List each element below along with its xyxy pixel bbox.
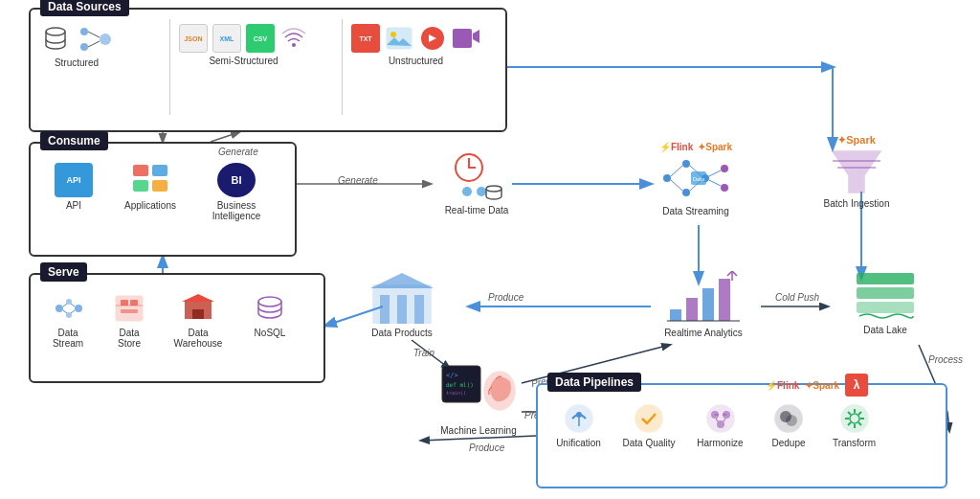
pipelines-title: Data Pipelines (547, 373, 641, 392)
diagram-container: Data Sources Structured (0, 0, 980, 499)
svg-line-37 (63, 304, 67, 306)
produce2-label: Produce (469, 442, 504, 453)
svg-point-21 (100, 34, 111, 45)
svg-line-15 (421, 436, 536, 441)
svg-rect-28 (453, 29, 472, 48)
sensor-icon (279, 24, 308, 53)
svg-point-57 (721, 165, 728, 172)
generate-label-2: Generate (338, 175, 378, 186)
svg-line-22 (88, 32, 100, 37)
svg-marker-80 (370, 273, 434, 288)
svg-line-16 (211, 132, 239, 142)
data-lake-node: Data Lake (837, 268, 933, 335)
svg-line-39 (71, 304, 75, 306)
svg-point-36 (75, 305, 82, 312)
realtime-analytics-label: Realtime Analytics (664, 328, 743, 338)
svg-point-58 (721, 184, 728, 192)
data-quality-icon (631, 402, 667, 435)
machine-learning-label: Machine Learning (440, 425, 517, 436)
data-products-label: Data Products (371, 328, 432, 338)
applications-icon (131, 163, 169, 197)
produce-label: Produce (488, 292, 523, 303)
svg-marker-67 (833, 151, 880, 193)
svg-point-33 (56, 305, 63, 312)
data-stream-label: DataStream (53, 328, 83, 349)
dedupe-icon (770, 402, 807, 435)
svg-line-14 (947, 412, 949, 431)
flink-logo-3: ⚡Flink (766, 380, 799, 391)
svg-point-53 (663, 174, 671, 182)
svg-rect-78 (857, 302, 914, 313)
svg-text:</>: </> (446, 372, 458, 379)
api-icon: API (66, 175, 80, 185)
generate-label-1: Generate (218, 147, 258, 157)
data-streaming-node: ⚡Flink ✦Spark Data Data Streaming (643, 142, 748, 216)
svg-rect-32 (152, 180, 167, 192)
svg-point-55 (682, 189, 690, 196)
unification-label: Unification (556, 438, 601, 448)
applications-label: Applications (124, 200, 176, 211)
svg-point-90 (576, 412, 582, 418)
spark-logo-2: ✦Spark (837, 134, 876, 147)
data-warehouse-icon (180, 292, 216, 325)
machine-learning-node: </> def ml() train() Machine Learning (426, 364, 531, 436)
svg-rect-43 (130, 300, 138, 306)
svg-rect-30 (152, 165, 167, 176)
data-lake-label: Data Lake (863, 325, 907, 335)
realtime-analytics-icon (665, 271, 742, 324)
svg-point-96 (717, 420, 724, 428)
svg-line-23 (88, 41, 100, 47)
api-label: API (66, 200, 81, 211)
data-lake-icon (852, 268, 919, 321)
bi-icon: BI (232, 174, 242, 186)
svg-rect-72 (702, 288, 714, 321)
svg-point-19 (80, 28, 88, 35)
data-products-icon (368, 271, 435, 324)
svg-point-52 (486, 186, 501, 192)
transform-icon (836, 402, 873, 435)
structured-icon-2 (77, 24, 113, 55)
svg-rect-73 (719, 279, 730, 321)
svg-line-64 (709, 180, 721, 186)
svg-point-103 (786, 415, 797, 426)
video-icon (452, 24, 480, 53)
machine-learning-icon: </> def ml() train() (440, 364, 517, 421)
svg-rect-44 (121, 309, 138, 313)
transform-label: Transform (833, 438, 876, 448)
realtime-data-label: Real-time Data (445, 205, 509, 215)
svg-point-26 (390, 32, 396, 37)
svg-line-40 (71, 310, 75, 313)
svg-text:def ml(): def ml() (446, 381, 474, 388)
svg-rect-77 (857, 287, 914, 299)
structured-icon-1 (40, 24, 71, 55)
consume-box: Consume API API Applications BI Business… (29, 142, 297, 257)
svg-point-51 (477, 187, 486, 196)
realtime-analytics-node: Realtime Analytics (651, 271, 756, 338)
svg-point-50 (462, 187, 472, 196)
svg-rect-42 (121, 300, 128, 306)
data-products-node: Data Products (354, 271, 450, 338)
bi-label: BusinessIntelligence (212, 200, 261, 221)
data-stream-icon (50, 292, 86, 325)
svg-point-48 (258, 297, 281, 306)
svg-point-20 (80, 43, 88, 51)
harmonize-icon (702, 402, 739, 435)
svg-marker-46 (182, 294, 214, 302)
svg-rect-70 (670, 309, 681, 321)
data-store-label: DataStore (118, 328, 141, 349)
svg-point-18 (46, 28, 65, 35)
process-label: Process (928, 354, 963, 365)
svg-rect-83 (414, 295, 424, 324)
spark-logo: ✦Spark (698, 142, 732, 152)
data-warehouse-label: DataWarehouse (174, 328, 223, 349)
svg-line-60 (671, 180, 682, 191)
pipelines-box: Data Pipelines Unification Data Quality (536, 383, 947, 488)
batch-ingestion-node: ✦Spark Batch Ingestion (809, 134, 904, 209)
svg-point-54 (682, 160, 690, 168)
svg-rect-31 (133, 180, 148, 192)
unstructured-label: Unstructured (389, 56, 443, 66)
data-streaming-icon: Data (657, 154, 734, 202)
svg-point-92 (635, 405, 662, 432)
dedupe-label: Dedupe (771, 438, 805, 448)
svg-rect-82 (397, 295, 407, 324)
